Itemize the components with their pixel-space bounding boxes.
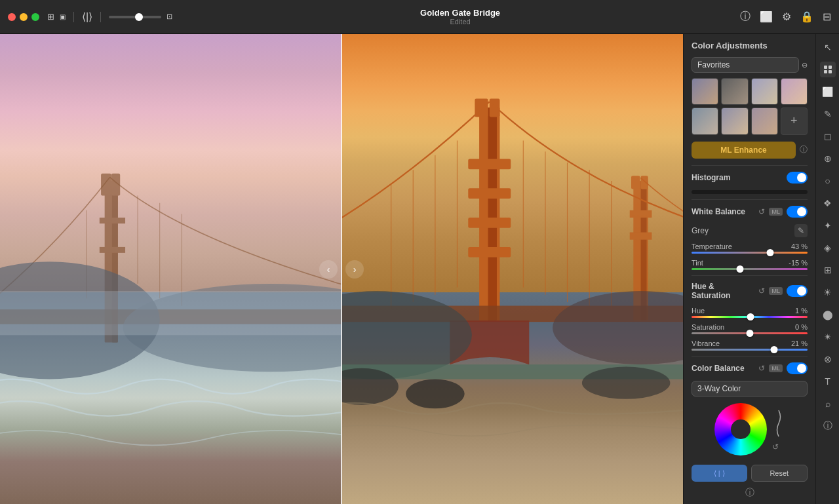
panel-icon[interactable]: ⊟ — [823, 10, 831, 23]
tool-adjust[interactable] — [820, 62, 836, 77]
color-curve-icon — [772, 407, 785, 440]
temperature-track[interactable] — [692, 252, 808, 254]
favorites-dropdown[interactable]: Favorites — [692, 57, 799, 73]
tool-info[interactable]: ⓘ — [820, 418, 836, 434]
tool-cursor[interactable]: ↖ — [820, 39, 836, 55]
ml-enhance-button[interactable]: ML Enhance — [692, 142, 796, 159]
close-button[interactable] — [8, 13, 16, 21]
panel-bottom-info-icon[interactable]: ⓘ — [745, 487, 754, 499]
temperature-thumb[interactable] — [767, 249, 774, 256]
compare-button[interactable]: ⟨ | ⟩ — [692, 465, 747, 482]
svg-rect-44 — [824, 66, 827, 69]
titlebar-right-tools: ⓘ ⬜ ⚙ 🔒 ⊟ — [740, 10, 831, 24]
preset-thumb-6[interactable] — [721, 107, 748, 134]
tool-color[interactable]: ⬤ — [820, 307, 836, 322]
hue-sat-label: Hue & Saturation — [692, 282, 754, 300]
info-icon[interactable]: ⓘ — [740, 10, 751, 24]
tint-track[interactable] — [692, 268, 808, 270]
tool-grid[interactable]: ⊞ — [820, 262, 836, 278]
vibrance-thumb[interactable] — [770, 346, 777, 353]
temperature-label-row: Temperature 43 % — [692, 242, 808, 250]
split-divider[interactable] — [341, 34, 342, 504]
color-wheel[interactable] — [714, 403, 767, 456]
saturation-track[interactable] — [692, 332, 808, 334]
preset-thumb-5[interactable] — [692, 107, 718, 134]
ml-enhance-row: ML Enhance ⓘ — [684, 138, 815, 163]
tool-retouch[interactable]: ⊕ — [820, 151, 836, 166]
three-way-dropdown-row: 3-Way Color — [684, 378, 815, 399]
tool-mask[interactable]: ○ — [820, 173, 836, 189]
hue-sat-row: Hue & Saturation ↺ ML — [684, 278, 815, 304]
white-balance-toggle[interactable] — [787, 206, 808, 218]
histogram-chart — [692, 190, 808, 194]
vibrance-label-row: Vibrance 21 % — [692, 339, 808, 347]
histogram-label: Histogram — [692, 173, 783, 182]
sky-left — [0, 34, 341, 292]
tool-pen[interactable]: ✎ — [820, 106, 836, 122]
hue-sat-reset-icon[interactable]: ↺ — [758, 286, 765, 296]
minimize-button[interactable] — [20, 13, 28, 21]
sidebar-toggle-icon[interactable]: ⊞ — [47, 12, 54, 22]
white-balance-reset-icon[interactable]: ↺ — [758, 207, 765, 216]
tool-star[interactable]: ✦ — [820, 218, 836, 233]
hue-sat-toggle[interactable] — [787, 285, 808, 297]
favorites-dropdown-row: Favorites ⊖ — [684, 54, 815, 75]
crop-icon[interactable]: ⬜ — [760, 10, 773, 23]
lock-icon[interactable]: 🔒 — [800, 10, 813, 23]
three-way-dropdown[interactable]: 3-Way Color — [692, 381, 808, 397]
zoom-fit-icon[interactable]: ⊡ — [166, 12, 172, 21]
tint-thumb[interactable] — [737, 265, 744, 273]
color-balance-reset-icon[interactable]: ↺ — [758, 364, 765, 373]
hue-thumb[interactable] — [747, 313, 754, 320]
hue-track[interactable] — [692, 316, 808, 318]
tool-stamp[interactable]: ◻ — [820, 128, 836, 144]
saturation-value: 0 % — [785, 323, 808, 331]
histogram-toggle-thumb — [797, 173, 806, 182]
view-toggle-icon[interactable]: ▣ — [60, 13, 66, 20]
share-icon[interactable]: ⚙ — [782, 10, 791, 23]
photo-before — [0, 34, 341, 504]
grey-label: Grey — [692, 226, 792, 235]
tool-zoom[interactable]: ⌕ — [820, 396, 836, 412]
ml-enhance-info-icon[interactable]: ⓘ — [800, 144, 808, 155]
preset-thumb-3[interactable] — [751, 78, 778, 105]
tool-crop[interactable]: ⬜ — [820, 84, 836, 100]
zoom-slider[interactable] — [109, 16, 161, 18]
water-left — [0, 292, 341, 504]
bottom-buttons: ⟨ | ⟩ Reset — [684, 459, 815, 487]
tool-selection[interactable]: ❖ — [820, 195, 836, 211]
preset-thumb-4[interactable] — [781, 78, 808, 105]
color-wheel-reset-icon[interactable]: ↺ — [772, 442, 785, 452]
svg-rect-46 — [824, 70, 827, 73]
tool-text[interactable]: T — [820, 374, 836, 389]
tool-denoise[interactable]: ⊗ — [820, 351, 836, 367]
tool-light[interactable]: ☀ — [820, 284, 836, 300]
svg-rect-47 — [829, 70, 832, 73]
histogram-toggle[interactable] — [787, 172, 808, 184]
traffic-lights — [8, 13, 39, 21]
color-balance-toggle[interactable] — [787, 362, 808, 374]
eyedropper-button[interactable]: ✎ — [794, 224, 808, 237]
white-balance-row: White Balance ↺ ML — [684, 202, 815, 222]
preset-thumb-1[interactable] — [692, 78, 718, 105]
reset-button[interactable]: Reset — [751, 465, 808, 482]
tool-filter[interactable]: ◈ — [820, 240, 836, 256]
svg-rect-45 — [829, 66, 832, 69]
water-right — [341, 292, 683, 504]
add-preset-button[interactable]: + — [781, 107, 808, 134]
edit-icon[interactable]: ⟨|⟩ — [82, 10, 92, 23]
main-content: ‹ › Color Adjustments Favorites ⊖ + ML E… — [0, 34, 839, 504]
vibrance-track[interactable] — [692, 349, 808, 351]
divider — [73, 12, 74, 22]
tint-value: -15 % — [785, 259, 808, 267]
tool-effects[interactable]: ✴ — [820, 329, 836, 345]
split-arrow-left[interactable]: ‹ — [319, 260, 338, 279]
preset-thumb-2[interactable] — [721, 78, 748, 105]
saturation-thumb[interactable] — [746, 330, 753, 337]
split-arrow-right[interactable]: › — [345, 260, 364, 279]
zoom-slider-thumb — [135, 13, 143, 21]
divider2 — [100, 12, 101, 22]
maximize-button[interactable] — [31, 13, 39, 21]
dropdown-minus-icon[interactable]: ⊖ — [802, 61, 808, 69]
preset-thumb-7[interactable] — [751, 107, 778, 134]
